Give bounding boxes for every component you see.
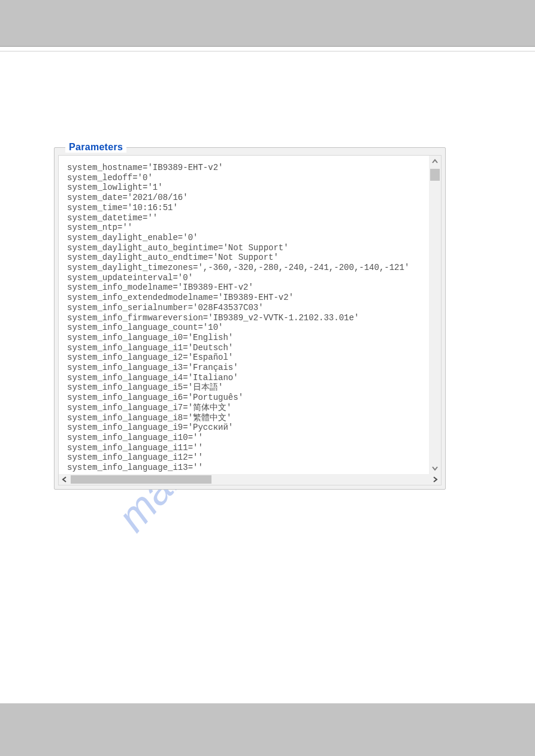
horizontal-scroll-track[interactable] xyxy=(71,474,429,485)
vertical-scroll-track[interactable] xyxy=(429,168,441,462)
footer-banner xyxy=(0,703,535,756)
divider xyxy=(0,47,535,51)
parameters-panel: Parameters system_hostname='IB9389-EHT-v… xyxy=(54,147,446,490)
vertical-scrollbar[interactable] xyxy=(429,156,441,474)
parameters-scroll-area: system_hostname='IB9389-EHT-v2' system_l… xyxy=(58,155,442,485)
horizontal-scroll-thumb[interactable] xyxy=(71,475,211,484)
scroll-up-icon[interactable] xyxy=(429,156,441,168)
parameters-viewport[interactable]: system_hostname='IB9389-EHT-v2' system_l… xyxy=(59,156,429,474)
scroll-left-icon[interactable] xyxy=(59,474,71,485)
scroll-down-icon[interactable] xyxy=(429,462,441,474)
panel-legend: Parameters xyxy=(65,142,126,153)
header-banner xyxy=(0,0,535,47)
vertical-scroll-thumb[interactable] xyxy=(430,169,440,181)
horizontal-scrollbar[interactable] xyxy=(59,474,441,485)
scroll-right-icon[interactable] xyxy=(429,474,441,485)
parameters-text: system_hostname='IB9389-EHT-v2' system_l… xyxy=(67,163,425,473)
